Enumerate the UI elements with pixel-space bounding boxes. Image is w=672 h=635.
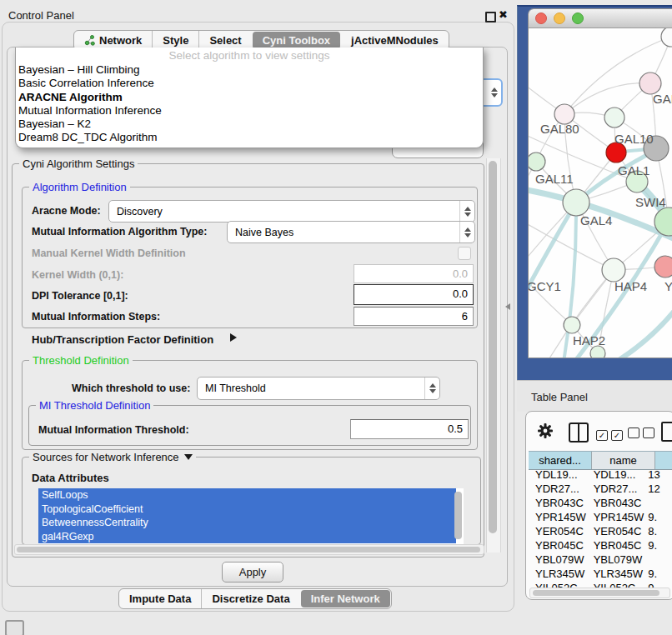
kernel-width-label: Kernel Width (0,1): <box>32 269 123 281</box>
node-y-salmon[interactable] <box>654 256 672 278</box>
algorithm-option-aracne-algorithm[interactable]: ARACNE Algorithm <box>16 91 483 104</box>
table-cell: YDR27... <box>529 482 587 497</box>
table-cell: YBL079W <box>587 553 645 568</box>
table-cell: 9. <box>644 511 672 525</box>
table-cell: YER054C <box>587 525 645 539</box>
dpi-tolerance-label: DPI Tolerance [0,1]: <box>32 290 128 302</box>
table-row[interactable]: YBR043CYBR043C <box>529 497 672 511</box>
close-panel-icon[interactable]: ✖ <box>499 8 508 21</box>
mi-algorithm-type-label: Mutual Information Algorithm Type: <box>32 226 207 238</box>
node-hap4[interactable] <box>602 258 625 282</box>
minimized-panel-icon[interactable] <box>5 620 24 635</box>
node-label-hap4: HAP4 <box>614 279 647 293</box>
threshold-definition-title: Threshold Definition <box>29 354 133 367</box>
mi-algorithm-type-select[interactable]: Naive Bayes <box>227 221 475 243</box>
attribute-item-selfloops[interactable]: SelfLoops <box>38 488 456 502</box>
tab-impute-data[interactable]: Impute Data <box>119 589 201 608</box>
settings-horizontal-scrollbar-thumb[interactable] <box>17 547 480 552</box>
settings-vertical-scrollbar[interactable] <box>486 158 501 552</box>
split-pane-collapse-icon[interactable] <box>505 303 510 310</box>
kernel-width-field[interactable]: 0.0 <box>354 264 474 283</box>
algorithm-option-bayesian-k2[interactable]: Bayesian – K2 <box>16 118 483 131</box>
table-row[interactable]: YBL079WYBL079W <box>529 553 672 568</box>
node-label-gal1: GAL1 <box>618 163 649 178</box>
attribute-item-topologicalcoefficient[interactable]: TopologicalCoefficient <box>38 502 456 517</box>
mi-steps-field[interactable]: 6 <box>354 307 474 326</box>
node-label-gal11: GAL11 <box>535 172 574 186</box>
apply-button[interactable]: Apply <box>222 562 283 582</box>
algorithm-option-dream8-dc-tdc-algorithm[interactable]: Dream8 DC_TDC Algorithm <box>16 131 483 144</box>
algorithm-option-basic-correlation-inference[interactable]: Basic Correlation Inference <box>16 77 483 90</box>
table-row[interactable]: YPR145WYPR145W9. <box>529 511 672 525</box>
table-row[interactable]: YDR27...YDR27...12 <box>529 482 672 497</box>
export-table-icon[interactable] <box>661 422 672 442</box>
aracne-mode-select[interactable]: Discovery <box>108 200 475 222</box>
which-threshold-select[interactable]: MI Threshold <box>197 377 440 400</box>
gear-icon[interactable] <box>537 422 554 439</box>
node-bottom-small[interactable] <box>590 346 605 358</box>
settings-horizontal-scrollbar[interactable] <box>14 544 484 555</box>
node-gal10[interactable] <box>604 108 624 128</box>
tab-label: Network <box>99 34 142 47</box>
table-row[interactable]: YLR345WYLR345W9. <box>529 568 672 582</box>
column-header-name[interactable]: name <box>592 452 655 469</box>
data-attributes-list[interactable]: SelfLoopsTopologicalCoefficientBetweenne… <box>38 488 464 544</box>
table-horizontal-scrollbar-thumb[interactable] <box>533 590 659 596</box>
network-window-titlebar[interactable] <box>529 9 672 28</box>
combo-arrows-icon <box>459 201 474 222</box>
list-scrollbar-thumb[interactable] <box>454 492 462 539</box>
tab-label: jActiveMNodules <box>351 34 439 47</box>
table-panel-titlebar: Table Panel <box>517 380 672 412</box>
network-node-labels: GALGAL80GAL10GAL1GAL11SWI4GAL4GCY1HAP4YH… <box>529 92 672 348</box>
node-white-top[interactable] <box>661 28 672 47</box>
combo-arrows-icon <box>424 378 439 399</box>
algorithm-option-mutual-information-inference[interactable]: Mutual Information Inference <box>16 104 483 118</box>
tab-label: Select <box>209 34 241 47</box>
algorithm-option-bayesian-hill-climbing[interactable]: Bayesian – Hill Climbing <box>16 63 483 77</box>
table-horizontal-scrollbar[interactable] <box>529 588 670 598</box>
mi-threshold-field[interactable]: 0.5 <box>350 419 469 439</box>
table-cell: YDR27... <box>587 482 645 497</box>
deselect-all-columns-icon[interactable] <box>628 427 658 442</box>
node-gal11[interactable] <box>529 152 545 171</box>
table-cell <box>644 497 672 511</box>
node-label-hap2: HAP2 <box>573 333 605 348</box>
node-gal4[interactable] <box>563 189 589 216</box>
window-zoom-icon[interactable] <box>572 12 584 24</box>
column-header-col2[interactable] <box>655 452 672 469</box>
settings-vertical-scrollbar-thumb[interactable] <box>489 161 497 533</box>
split-columns-icon[interactable] <box>569 422 589 442</box>
manual-kernel-checkbox[interactable] <box>458 247 471 260</box>
collapse-arrow-icon[interactable] <box>184 454 193 460</box>
manual-kernel-label: Manual Kernel Width Definition <box>32 248 186 259</box>
mi-steps-label: Mutual Information Steps: <box>32 311 160 322</box>
column-header-shared[interactable]: shared... <box>529 452 592 469</box>
table-cell: YBR045C <box>587 539 645 553</box>
tab-infer-network[interactable]: Infer Network <box>301 590 390 608</box>
table-cell: 8. <box>644 525 672 539</box>
network-canvas[interactable]: GALGAL80GAL10GAL1GAL11SWI4GAL4GCY1HAP4YH… <box>529 28 672 358</box>
node-label-gal10: GAL10 <box>614 132 654 146</box>
window-close-icon[interactable] <box>535 12 547 24</box>
tab-cyni-toolbox[interactable]: Cyni Toolbox <box>253 32 340 49</box>
table-rows: YDL19...YDL19...13YDR27...YDR27...12YBR0… <box>529 468 672 596</box>
attribute-item-gal4rgexp[interactable]: gal4RGexp <box>38 530 456 544</box>
table-row[interactable]: YER054CYER054C8. <box>529 525 672 539</box>
table-row[interactable]: YBR045CYBR045C9. <box>529 539 672 553</box>
node-hap2[interactable] <box>564 317 580 333</box>
dpi-tolerance-field[interactable]: 0.0 <box>354 284 474 305</box>
tab-discretize-data[interactable]: Discretize Data <box>201 589 299 608</box>
attribute-item-betweennesscentrality[interactable]: BetweennessCentrality <box>38 516 456 530</box>
aracne-mode-value: Discovery <box>109 206 459 218</box>
select-all-columns-icon[interactable]: ✓✓ <box>596 427 626 442</box>
table-panel-title: Table Panel <box>531 391 588 403</box>
mi-threshold-label: Mutual Information Threshold: <box>38 424 189 436</box>
expander-arrow-icon[interactable] <box>230 333 237 342</box>
window-minimize-icon[interactable] <box>554 12 565 24</box>
table-panel-window: ✓✓ shared...name YDL19...YDL19...13YDR27… <box>525 411 672 600</box>
network-view-window: GALGAL80GAL10GAL1GAL11SWI4GAL4GCY1HAP4YH… <box>528 8 672 358</box>
float-panel-icon[interactable] <box>485 12 496 22</box>
table-cell: 12 <box>644 482 672 497</box>
algorithm-popup: Select algorithm to view settings Bayesi… <box>15 48 484 148</box>
table-row[interactable]: YDL19...YDL19...13 <box>529 468 672 482</box>
